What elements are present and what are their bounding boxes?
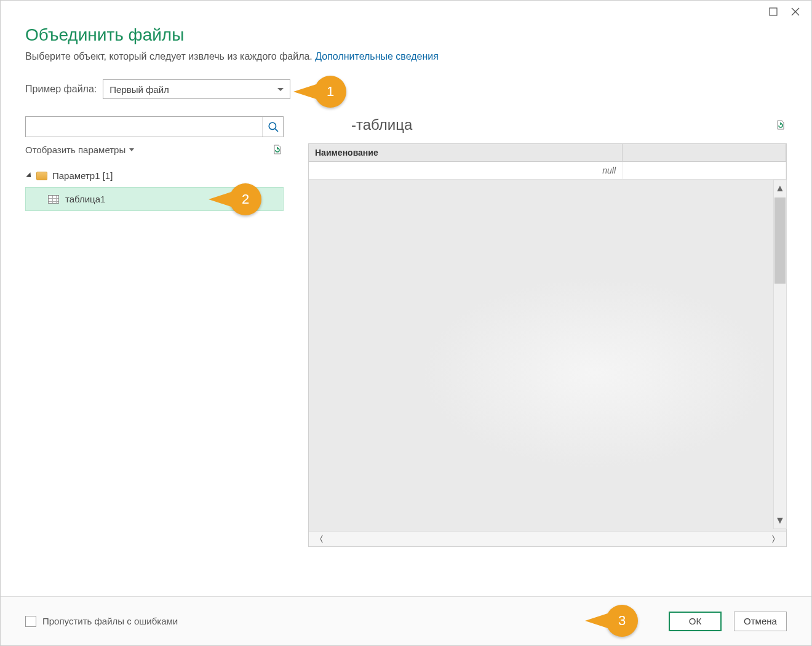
preview-grid: Наименование null ▲ ▼ 〈 〉 [308,143,787,547]
callout-2: 2 [229,183,261,215]
example-file-dropdown[interactable]: Первый файл [103,79,290,99]
chevron-down-icon [277,88,284,91]
grid-header-col2[interactable] [623,144,786,161]
scroll-up-icon[interactable]: ▲ [775,180,785,196]
example-file-label: Пример файла: [25,84,97,95]
chevron-down-icon [129,148,134,151]
refresh-icon[interactable] [271,143,284,156]
scroll-right-icon[interactable]: 〉 [771,534,780,545]
scroll-left-icon[interactable]: 〈 [315,534,324,545]
table-icon [48,195,59,204]
tree-item-label: таблица1 [65,194,105,204]
tree-root-node[interactable]: Параметр1 [1] [25,167,284,185]
grid-cell-null: null [309,162,623,179]
example-file-selected: Первый файл [109,84,169,95]
refresh-preview-icon[interactable] [774,119,787,131]
grid-cell [623,162,786,179]
scroll-thumb[interactable] [774,197,786,284]
cancel-button[interactable]: Отмена [734,612,787,631]
display-options-dropdown[interactable]: Отобразить параметры [25,145,134,155]
folder-icon [36,172,47,180]
skip-errors-label: Пропустить файлы с ошибками [42,616,178,626]
dialog-subtitle: Выберите объект, который следует извлечь… [25,51,787,62]
dialog-title: Объединить файлы [25,25,787,45]
grid-body-empty [309,180,786,532]
skip-errors-checkbox[interactable] [25,616,36,627]
window-restore-icon[interactable] [768,7,778,17]
tree-root-label: Параметр1 [1] [52,170,113,181]
preview-title: -таблица [308,116,412,134]
tree-expand-icon [26,172,33,179]
vertical-scrollbar[interactable]: ▲ ▼ [773,180,787,529]
search-icon[interactable] [262,117,283,137]
close-icon[interactable] [790,7,800,17]
more-info-link[interactable]: Дополнительные сведения [315,51,439,62]
svg-point-1 [269,122,276,129]
grid-header-col1[interactable]: Наименование [309,144,623,161]
callout-1: 1 [314,76,346,108]
subtitle-text: Выберите объект, который следует извлечь… [25,51,312,62]
callout-3: 3 [606,605,638,637]
table-row: null [309,162,786,180]
scroll-down-icon[interactable]: ▼ [775,512,785,528]
search-input[interactable] [26,117,262,137]
svg-rect-0 [770,8,777,15]
ok-button[interactable]: ОК [669,612,722,631]
display-options-label: Отобразить параметры [25,145,125,155]
search-input-container [25,116,284,137]
horizontal-scrollbar[interactable]: 〈 〉 [309,532,786,546]
